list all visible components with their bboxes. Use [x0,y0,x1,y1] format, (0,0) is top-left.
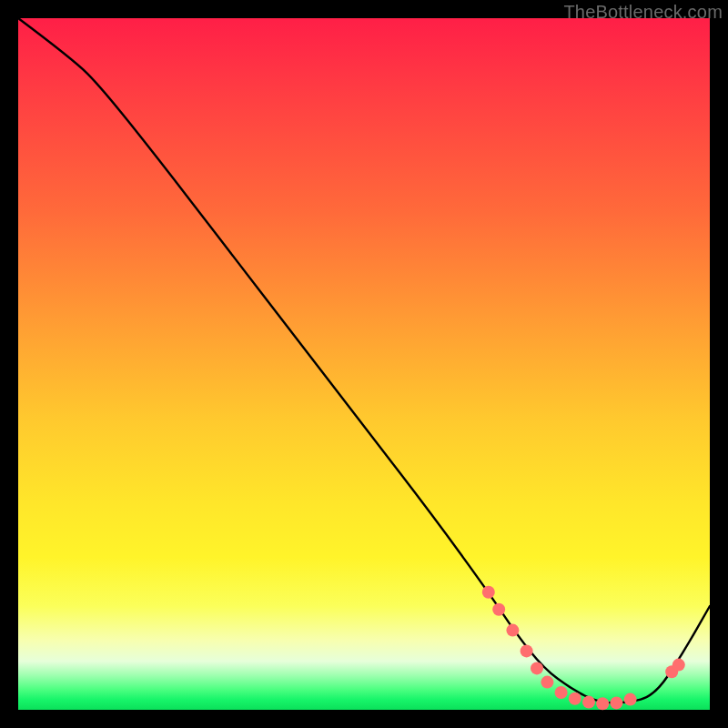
watermark-text: TheBottleneck.com [563,2,723,23]
plot-area [18,18,710,710]
curve-path [18,18,710,703]
marker-dot [555,686,568,699]
marker-dot [492,603,505,616]
marker-dot [482,586,495,599]
marker-dot [541,676,553,689]
marker-dot [610,696,622,709]
marker-dot [531,662,543,674]
marker-dot [672,659,685,672]
marker-dot [582,696,595,709]
marker-dot [521,644,533,657]
chart-stage: TheBottleneck.com [0,0,728,728]
chart-svg [18,18,710,710]
marker-dot [596,697,609,710]
marker-dot [624,693,637,706]
marker-dot [506,624,519,637]
marker-dot [569,693,581,705]
